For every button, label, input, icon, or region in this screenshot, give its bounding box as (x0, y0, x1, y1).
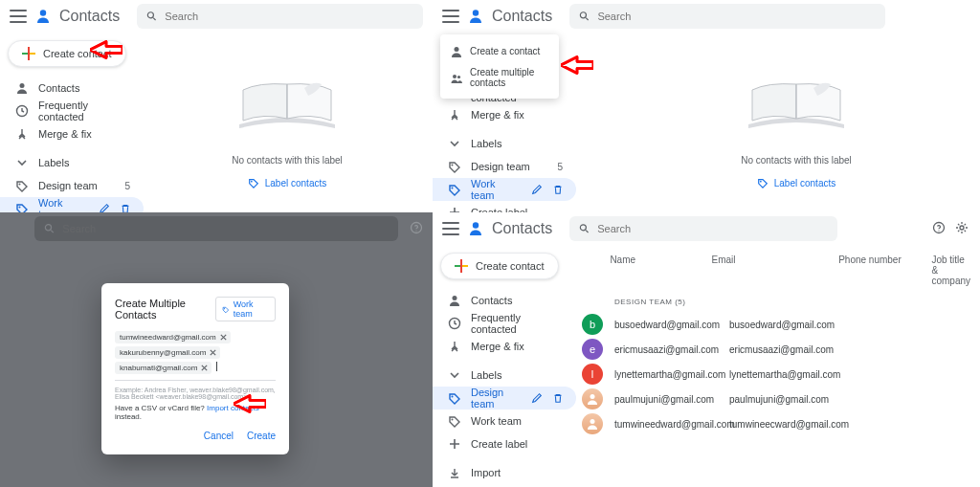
search-icon (579, 223, 590, 234)
nav-labels-header[interactable]: Labels (0, 151, 144, 174)
text-caret (216, 362, 217, 371)
nav-merge[interactable]: Merge & fix (433, 103, 576, 126)
nav-work-team[interactable]: Work team (433, 178, 576, 201)
tutorial-arrow (234, 394, 266, 415)
search-bar (34, 216, 398, 241)
search-icon (579, 11, 590, 22)
remove-chip-icon[interactable] (219, 333, 228, 342)
tutorial-arrow (561, 55, 593, 77)
nav-merge[interactable]: Merge & fix (0, 122, 144, 145)
app-title: Contacts (492, 220, 552, 237)
help-icon (410, 221, 423, 234)
nav-design-team[interactable]: Design team (433, 387, 576, 410)
nav-contacts[interactable]: Contacts (0, 77, 144, 100)
label-contacts-link[interactable]: Label contacts (757, 177, 836, 188)
nav-create-label[interactable]: Create label (433, 201, 576, 212)
contacts-logo (34, 8, 52, 25)
col-phone: Phone number (838, 255, 931, 286)
row-email: tumwineecward@gmail.com (729, 419, 873, 430)
col-job: Job title & company (931, 255, 970, 286)
avatar: b (582, 314, 603, 335)
settings-icon[interactable] (955, 221, 969, 234)
dialog-title: Create Multiple Contacts (115, 298, 215, 321)
delete-label-icon[interactable] (549, 181, 567, 198)
create-dropdown: Create a contact Create multiple contact… (440, 34, 559, 99)
row-email: busoedward@gmail.com (729, 320, 873, 330)
search-bar[interactable] (569, 216, 837, 241)
edit-label-icon[interactable] (96, 200, 113, 212)
row-name: lynettemartha@gmail.com (614, 369, 729, 380)
row-name: busoedward@gmail.com (614, 320, 729, 330)
col-email: Email (712, 255, 839, 286)
nav-labels-header[interactable]: Labels (433, 364, 576, 387)
table-row[interactable]: tumwineedward@gmail.comtumwineecward@gma… (576, 411, 970, 436)
empty-state-text: No contacts with this label (681, 155, 911, 166)
search-input[interactable] (165, 11, 413, 22)
table-row[interactable]: llynettemartha@gmail.comlynettemartha@gm… (576, 362, 970, 387)
empty-state-text: No contacts with this label (172, 155, 402, 166)
app-title: Contacts (492, 8, 552, 25)
search-icon (146, 11, 157, 22)
chip[interactable]: kakurubenny@gmail.com (115, 346, 220, 359)
row-email: ericmusaazi@gmail.com (729, 344, 873, 355)
nav-import[interactable]: Import (433, 461, 576, 484)
dialog-label-chip[interactable]: Work team (215, 297, 276, 321)
contacts-logo (467, 8, 484, 25)
chip[interactable]: tumwineedward@gmail.com (115, 331, 231, 343)
nav-create-label[interactable]: Create label (433, 432, 576, 455)
plus-icon (455, 259, 468, 273)
edit-label-icon[interactable] (528, 181, 546, 198)
nav-frequent[interactable]: Frequently contacted (433, 312, 576, 335)
remove-chip-icon[interactable] (209, 348, 217, 357)
row-email: paulmujuni@gmail.com (729, 394, 873, 405)
avatar: e (582, 339, 603, 360)
create-button[interactable]: Create (247, 431, 276, 441)
table-row[interactable]: bbusoedward@gmail.combusoedward@gmail.co… (576, 312, 970, 337)
cancel-button[interactable]: Cancel (204, 431, 234, 441)
table-row[interactable]: eericmusaazi@gmail.comericmusaazi@gmail.… (576, 337, 970, 362)
search-input[interactable] (597, 223, 828, 234)
nav-labels-header[interactable]: Labels (433, 132, 576, 155)
search-bar[interactable] (569, 4, 885, 29)
table-row[interactable]: paulmujuni@gmail.compaulmujuni@gmail.com (576, 387, 970, 411)
menu-create-one[interactable]: Create a contact (440, 40, 559, 62)
search-bar[interactable] (137, 4, 423, 29)
tutorial-arrow (90, 40, 122, 61)
menu-icon[interactable] (442, 222, 459, 235)
remove-chip-icon[interactable] (200, 364, 209, 372)
avatar (582, 388, 603, 410)
plus-icon (22, 47, 35, 60)
table-header: Name Email Phone number Job title & comp… (576, 251, 970, 294)
nav-frequent[interactable]: Frequently contacted (0, 100, 144, 122)
col-name: Name (610, 255, 711, 286)
chip[interactable]: knabumati@gmail.com (115, 362, 212, 374)
search-input (62, 223, 389, 234)
nav-design-team[interactable]: Design team5 (0, 174, 144, 197)
nav-design-team[interactable]: Design team5 (433, 155, 576, 178)
create-multiple-dialog: Create Multiple Contacts Work team tumwi… (101, 283, 289, 454)
label-contacts-link[interactable]: Label contacts (248, 177, 327, 188)
edit-label-icon[interactable] (528, 389, 546, 407)
nav-merge[interactable]: Merge & fix (433, 335, 576, 358)
search-input[interactable] (597, 11, 876, 22)
app-title: Contacts (59, 8, 120, 25)
create-contact-button[interactable]: Create contact (440, 253, 559, 279)
email-chips[interactable]: tumwineedward@gmail.com kakurubenny@gmai… (115, 331, 276, 374)
row-email: lynettemartha@gmail.com (729, 369, 873, 380)
row-name: ericmusaazi@gmail.com (614, 344, 729, 355)
nav-contacts[interactable]: Contacts (433, 289, 576, 312)
avatar (582, 413, 603, 434)
menu-create-many[interactable]: Create multiple contacts (440, 62, 559, 93)
nav-work-team[interactable]: Work team (0, 197, 144, 212)
help-icon[interactable] (932, 221, 946, 234)
search-icon (44, 223, 55, 234)
nav-work-team[interactable]: Work team (433, 410, 576, 432)
delete-label-icon[interactable] (117, 200, 134, 212)
avatar: l (582, 364, 603, 385)
menu-icon[interactable] (442, 10, 459, 23)
contacts-logo (467, 220, 484, 237)
menu-icon[interactable] (10, 10, 27, 23)
empty-book-illustration (739, 75, 854, 142)
row-name: paulmujuni@gmail.com (614, 394, 729, 405)
delete-label-icon[interactable] (549, 389, 567, 407)
